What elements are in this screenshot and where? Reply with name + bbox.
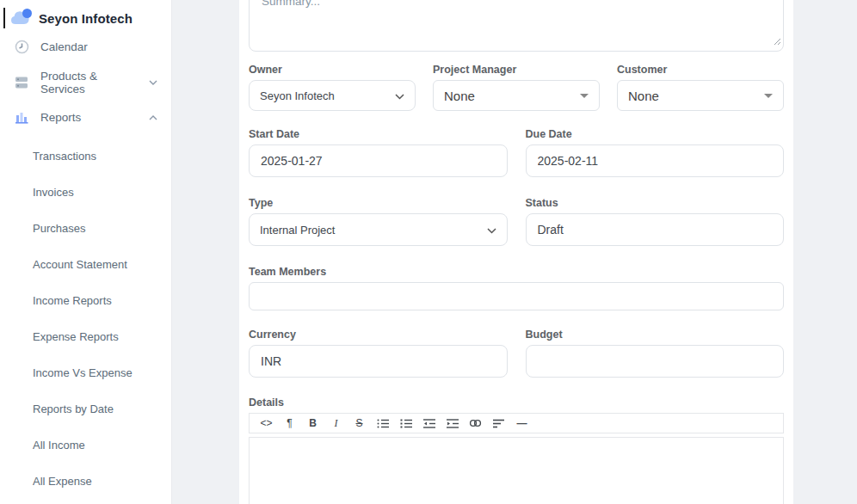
sidebar-item-label: Products & Services (40, 70, 138, 95)
cloud-logo-icon (10, 8, 34, 28)
currency-budget-row: Currency Budget (249, 329, 784, 378)
type-status-row: Type Internal Project Status (249, 198, 784, 246)
currency-input[interactable] (249, 345, 508, 378)
type-label: Type (249, 198, 508, 209)
horizontal-rule-icon[interactable]: — (510, 414, 533, 433)
details-editor-area[interactable] (249, 437, 784, 504)
status-label: Status (526, 198, 785, 209)
project-manager-label: Project Manager (433, 65, 600, 76)
sidebar-item-products-services[interactable]: Products & Services (0, 65, 171, 100)
details-label: Details (249, 397, 784, 409)
sidebar-item-reports[interactable]: Reports (0, 100, 171, 135)
bar-chart-icon (14, 110, 29, 126)
owner-value: Seyon Infotech (260, 89, 395, 102)
sidebar-item-all-expense[interactable]: All Expense (0, 463, 171, 499)
budget-field: Budget (526, 329, 785, 378)
bold-icon[interactable]: B (301, 414, 324, 433)
sidebar-item-account-statement[interactable]: Account Statement (0, 246, 171, 282)
dates-row: Start Date Due Date (249, 129, 784, 177)
budget-input[interactable] (526, 345, 785, 378)
owner-field: Owner Seyon Infotech (249, 65, 416, 111)
brand[interactable]: Seyon Infotech (3, 7, 163, 29)
paragraph-icon[interactable]: ¶ (278, 414, 301, 433)
dropdown-arrow-icon (580, 94, 589, 98)
sidebar-item-all-income[interactable]: All Income (0, 427, 171, 463)
unordered-list-icon[interactable] (371, 414, 394, 433)
strikethrough-icon[interactable]: S (348, 414, 371, 433)
team-members-label: Team Members (249, 267, 784, 278)
sidebar-item-reports-by-date[interactable]: Reports by Date (0, 390, 171, 427)
customer-value: None (628, 89, 764, 103)
chevron-up-icon (149, 115, 157, 120)
sidebar-item-expense-reports[interactable]: Expense Reports (0, 318, 171, 354)
code-icon[interactable]: <> (255, 414, 278, 433)
sidebar-item-income-vs-expense[interactable]: Income Vs Expense (0, 354, 171, 390)
sidebar-item-calendar[interactable]: Calendar (0, 29, 171, 65)
start-date-label: Start Date (249, 129, 508, 140)
currency-field: Currency (249, 329, 508, 378)
customer-label: Customer (617, 65, 784, 76)
owner-row: Owner Seyon Infotech Project Manager Non… (249, 65, 784, 111)
status-input[interactable] (526, 213, 785, 246)
sidebar-item-label: Calendar (40, 40, 88, 53)
project-manager-value: None (444, 89, 580, 103)
project-form-panel: Owner Seyon Infotech Project Manager Non… (239, 0, 793, 504)
sidebar-item-transactions[interactable]: Transactions (0, 138, 171, 174)
team-members-field: Team Members (249, 267, 784, 310)
due-date-input[interactable] (526, 144, 785, 177)
team-members-input[interactable] (249, 282, 784, 310)
due-date-label: Due Date (526, 129, 785, 140)
customer-field: Customer None (617, 65, 784, 111)
owner-label: Owner (249, 65, 416, 76)
sidebar-item-label: Reports (40, 111, 81, 124)
indent-icon[interactable] (441, 414, 464, 433)
start-date-input[interactable] (249, 144, 508, 177)
reports-submenu: Transactions Invoices Purchases Account … (0, 135, 171, 499)
due-date-field: Due Date (526, 129, 785, 177)
ordered-list-icon[interactable] (394, 414, 417, 433)
brand-name: Seyon Infotech (39, 11, 133, 26)
sidebar-item-invoices[interactable]: Invoices (0, 174, 171, 210)
sidebar: Seyon Infotech Calendar Products & Servi… (0, 0, 172, 504)
rich-text-toolbar: <> ¶ B I S (249, 413, 784, 433)
type-select[interactable]: Internal Project (249, 213, 508, 246)
clock-icon (14, 40, 29, 55)
chevron-down-icon (487, 224, 496, 237)
summary-field (249, 0, 784, 52)
link-icon[interactable] (464, 414, 487, 433)
start-date-field: Start Date (249, 129, 508, 177)
sidebar-item-income-reports[interactable]: Income Reports (0, 282, 171, 318)
type-field: Type Internal Project (249, 198, 508, 246)
italic-icon[interactable]: I (324, 414, 348, 433)
outdent-icon[interactable] (417, 414, 441, 433)
currency-label: Currency (249, 329, 508, 341)
details-field: Details <> ¶ B I S (249, 397, 784, 504)
cursor-bar (3, 8, 5, 28)
chevron-down-icon (395, 89, 404, 102)
dropdown-arrow-icon (764, 94, 773, 98)
owner-select[interactable]: Seyon Infotech (249, 80, 416, 111)
project-manager-field: Project Manager None (433, 65, 600, 111)
sidebar-item-purchases[interactable]: Purchases (0, 210, 171, 246)
budget-label: Budget (526, 329, 785, 341)
summary-input[interactable] (249, 0, 784, 52)
customer-select[interactable]: None (617, 80, 784, 111)
chevron-down-icon (149, 80, 157, 85)
type-value: Internal Project (260, 224, 487, 237)
align-icon[interactable] (487, 414, 510, 433)
products-icon (14, 75, 29, 90)
status-field: Status (526, 198, 785, 246)
project-manager-select[interactable]: None (433, 80, 600, 111)
